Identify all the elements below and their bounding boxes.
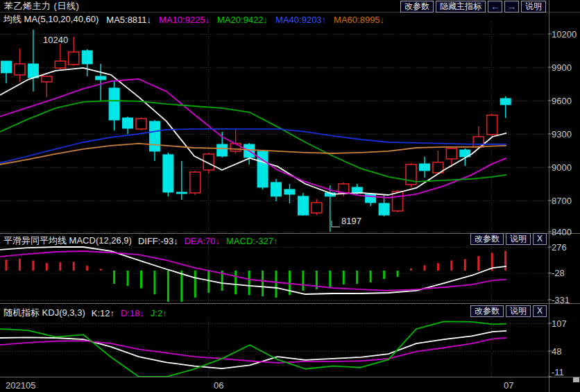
d-value-label: D:18↓ [121, 308, 144, 318]
right-arrow-icon: → [507, 2, 516, 11]
kdj-title-label: 随机指标 KDJ(9,3,3) [3, 307, 85, 319]
ma10-value-label: MA10:9225↓ [159, 15, 210, 25]
ma5-value-label: MA5:8811↓ [106, 15, 151, 25]
svg-text:8197: 8197 [341, 216, 361, 226]
ma60-value-label: MA60:8995↓ [334, 15, 384, 25]
svg-text:8400: 8400 [552, 227, 572, 237]
svg-text:-11: -11 [552, 367, 564, 377]
ma-lines [0, 68, 506, 198]
kdj-help-button[interactable]: 说明 [506, 305, 531, 317]
macd-help-button[interactable]: 说明 [506, 233, 531, 245]
axis-labels: 10200990096009300900087008400276-28-3311… [552, 29, 577, 378]
macd-title-label: 平滑异同平均线 MACD(12,26,9) [3, 235, 132, 247]
svg-text:9000: 9000 [552, 162, 572, 173]
chart-svg: 10200990096009300900087008400276-28-3311… [0, 0, 580, 392]
ma-header-label: 均线 MA(5,10,20,40,60) [3, 13, 99, 26]
date-label-07: 07 [504, 380, 513, 391]
j-value-label: J:2↑ [151, 308, 167, 318]
svg-text:9900: 9900 [552, 62, 572, 73]
macd-line-dea [0, 251, 506, 291]
k-value-label: K:12↑ [92, 308, 114, 318]
kdj-edit-params-button[interactable]: 改参数 [470, 305, 504, 317]
macd-value-label: MACD:-327↑ [226, 236, 278, 246]
svg-text:9300: 9300 [552, 129, 572, 139]
svg-text:8700: 8700 [552, 196, 572, 206]
diff-value-label: DIFF:-93↓ [138, 236, 178, 246]
date-label-202105: 202105 [6, 380, 35, 391]
title-bar: 苯乙烯主力 (日线) [4, 1, 79, 12]
macd-header: 平滑异同平均线 MACD(12,26,9) DIFF:-93↓ DEA:70↓ … [3, 235, 278, 247]
svg-text:-331: -331 [552, 295, 570, 305]
svg-text:107: 107 [552, 318, 567, 329]
main-toolbar: 改参数 隐藏主指标 ← → 说明 [400, 1, 546, 12]
kdj-header: 随机指标 KDJ(9,3,3) K:12↑ D:18↓ J:2↑ [3, 307, 167, 319]
ma20-value-label: MA20:9422↓ [217, 15, 268, 25]
ma-header: 均线 MA(5,10,20,40,60) MA5:8811↓ MA10:9225… [3, 13, 384, 26]
ma40-value-label: MA40:9203↑ [275, 15, 326, 25]
next-arrow-button[interactable]: → [504, 1, 519, 12]
svg-text:10200: 10200 [552, 29, 577, 40]
macd-line-diff [0, 247, 506, 294]
macd-histogram [6, 250, 506, 302]
candlesticks [1, 30, 511, 232]
gridlines [0, 22, 548, 377]
hide-main-indicator-button[interactable]: 隐藏主指标 [436, 1, 486, 12]
left-arrow-icon: ← [491, 2, 500, 11]
macd-edit-params-button[interactable]: 改参数 [470, 233, 504, 245]
svg-text:10240: 10240 [43, 35, 68, 45]
prev-arrow-button[interactable]: ← [488, 1, 502, 12]
kdj-close-button[interactable]: X [533, 305, 547, 317]
svg-text:276: 276 [552, 242, 567, 253]
svg-text:9600: 9600 [552, 96, 572, 106]
ma-line-ma10 [0, 79, 506, 198]
date-label-06: 06 [214, 380, 223, 391]
chart-window: 10200990096009300900087008400276-28-3311… [0, 0, 580, 392]
svg-text:-28: -28 [552, 268, 565, 278]
kdj-toolbar: 改参数 说明 X [470, 305, 547, 317]
ma-line-ma20 [0, 101, 506, 182]
resize-grip[interactable] [573, 377, 579, 382]
ma-line-ma5 [0, 68, 506, 195]
macd-close-button[interactable]: X [533, 233, 547, 245]
dea-value-label: DEA:70↓ [185, 236, 220, 246]
page-title: 苯乙烯主力 (日线) [4, 0, 79, 12]
help-button[interactable]: 说明 [521, 1, 546, 12]
edit-params-button[interactable]: 改参数 [400, 1, 434, 12]
svg-text:48: 48 [552, 346, 561, 357]
macd-toolbar: 改参数 说明 X [470, 233, 547, 245]
